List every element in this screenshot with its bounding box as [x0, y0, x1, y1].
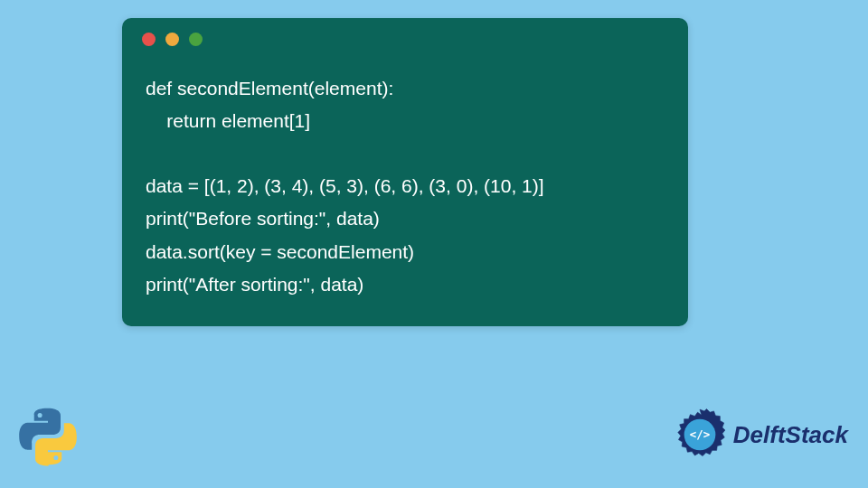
minimize-dot-icon [165, 33, 179, 46]
delftstack-label: DelftStack [733, 421, 848, 449]
window-title-bar [122, 18, 688, 60]
close-dot-icon [142, 33, 156, 46]
svg-text:</>: </> [690, 427, 710, 441]
delftstack-logo: </> DelftStack [672, 407, 848, 463]
code-window: def secondElement(element): return eleme… [122, 18, 688, 326]
delftstack-gear-icon: </> [672, 407, 728, 463]
code-content: def secondElement(element): return eleme… [122, 60, 688, 326]
maximize-dot-icon [189, 33, 203, 46]
python-logo-icon [16, 405, 80, 468]
